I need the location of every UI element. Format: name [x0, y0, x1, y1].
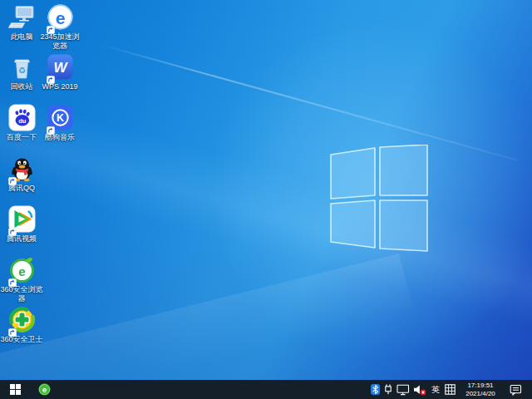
taskbar-clock[interactable]: 17:19:51 2021/4/20: [459, 382, 502, 397]
desktop-icon-wps[interactable]: W WPS 2019: [38, 53, 81, 91]
icon-label: WPS 2019: [38, 82, 81, 91]
network-display-icon: [397, 384, 410, 396]
desktop-icon-360-browser[interactable]: e 360安全浏览器: [0, 256, 43, 303]
svg-text:W: W: [53, 60, 68, 76]
icon-label: 360安全卫士: [0, 335, 43, 344]
qq-penguin-icon: [8, 155, 36, 182]
green-e-circle-icon: e: [38, 383, 51, 396]
system-tray: 英 17:19:51 2021/4/20: [371, 380, 532, 399]
usb-icon: [383, 383, 393, 396]
recycle-bin-icon: ♻: [8, 53, 36, 81]
svg-text:K: K: [56, 112, 63, 124]
shortcut-arrow-icon: [8, 174, 17, 182]
desktop-icon-2345-browser[interactable]: e 2345加速浏览器: [38, 3, 81, 51]
svg-text:e: e: [55, 8, 65, 27]
language-indicator[interactable]: 英: [430, 380, 441, 399]
volume-tray-item[interactable]: [413, 380, 426, 399]
svg-text:♻: ♻: [18, 66, 26, 75]
icon-label: 酷狗音乐: [38, 133, 81, 142]
volume-muted-icon: [413, 384, 426, 396]
desktop-icon-tencent-video[interactable]: 腾讯视频: [0, 205, 43, 244]
start-button[interactable]: [0, 380, 30, 399]
desktop-icon-360-safety[interactable]: 360安全卫士: [0, 306, 43, 344]
desktop-icon-kugou[interactable]: K 酷狗音乐: [38, 104, 81, 142]
shortcut-arrow-icon: [47, 22, 55, 31]
shortcut-arrow-icon: [8, 275, 17, 283]
action-center-button[interactable]: [510, 380, 522, 399]
desktop-wallpaper[interactable]: 此电脑 ♻ 回收站 du 百度一下: [0, 0, 532, 380]
usb-device-tray-item[interactable]: [383, 380, 393, 399]
action-center-icon: [510, 384, 522, 396]
network-tray-item[interactable]: [397, 380, 410, 399]
svg-text:du: du: [18, 117, 27, 125]
svg-text:e: e: [42, 386, 46, 394]
kugou-music-icon: K: [47, 104, 74, 131]
360-safety-guard-icon: [8, 306, 36, 333]
shortcut-arrow-icon: [8, 325, 17, 333]
shortcut-arrow-icon: [8, 224, 17, 233]
ime-grid-icon: [445, 384, 456, 395]
icon-label: 百度一下: [0, 133, 43, 142]
desktop-icon-this-pc[interactable]: 此电脑: [0, 3, 43, 42]
shortcut-arrow-icon: [47, 72, 55, 81]
bluetooth-icon: [371, 384, 380, 395]
360-safe-browser-icon: e: [8, 256, 36, 283]
clock-time: 17:19:51: [461, 382, 500, 390]
shortcut-arrow-icon: [47, 123, 55, 131]
icon-label: 2345加速浏览器: [38, 32, 81, 51]
bluetooth-tray-item[interactable]: [371, 380, 380, 399]
desktop-icon-tencent-qq[interactable]: 腾讯QQ: [0, 155, 43, 193]
this-pc-icon: [8, 3, 36, 31]
baidu-icon: du: [8, 104, 36, 131]
2345-browser-icon: e: [47, 3, 74, 31]
icon-label: 腾讯视频: [0, 234, 43, 244]
icon-label: 回收站: [0, 82, 43, 91]
icon-label: 360安全浏览器: [0, 285, 43, 303]
tencent-video-icon: [8, 205, 36, 233]
ime-mode-tray-item[interactable]: [445, 380, 456, 399]
windows-logo-icon: [10, 384, 21, 395]
icon-label: 腾讯QQ: [0, 184, 43, 193]
desktop-icon-baidu[interactable]: du 百度一下: [0, 104, 43, 142]
desktop-icon-recycle-bin[interactable]: ♻ 回收站: [0, 53, 43, 91]
clock-date: 2021/4/20: [461, 390, 500, 398]
svg-text:e: e: [18, 264, 25, 278]
windows-logo-wallpaper: [329, 145, 429, 253]
taskbar-pinned-360-browser[interactable]: e: [33, 380, 55, 399]
taskbar: e 英: [0, 380, 532, 399]
icon-label: 此电脑: [0, 32, 43, 42]
wps-2019-icon: W: [47, 53, 74, 81]
